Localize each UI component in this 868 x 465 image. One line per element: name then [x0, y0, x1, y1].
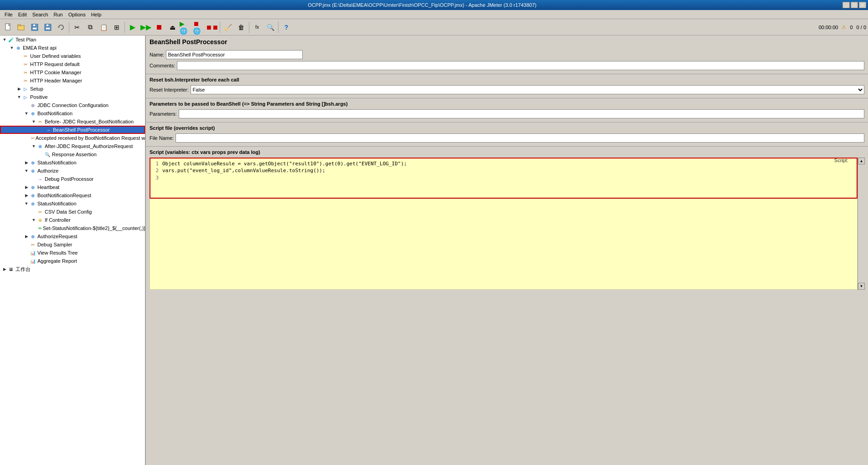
- tree-item-http-default[interactable]: ✂ HTTP Request default: [0, 60, 145, 68]
- header-icon: ✂: [22, 77, 29, 84]
- maximize-button[interactable]: □: [851, 2, 858, 8]
- scroll-track: [858, 164, 864, 283]
- tree-label: StatusNotification: [37, 160, 77, 165]
- tree-item-after-jdbc[interactable]: ▼ ⊕ After-JDBC Request_AuthorizeRequest: [0, 142, 145, 150]
- close-button[interactable]: ×: [859, 2, 866, 8]
- stop-button[interactable]: ⏹: [153, 21, 165, 34]
- menu-search[interactable]: Search: [30, 11, 51, 18]
- tree-item-test-plan[interactable]: ▼ 🧪 Test Plan: [0, 36, 145, 44]
- tree-item-jdbc-config[interactable]: ⊕ JDBC Connection Configuration: [0, 101, 145, 109]
- reset-interpreter-select[interactable]: False True: [191, 85, 864, 94]
- menu-help[interactable]: Help: [88, 11, 104, 18]
- tree-item-cookie[interactable]: ✂ HTTP Cookie Manager: [0, 68, 145, 77]
- functions-button[interactable]: fx: [251, 21, 264, 34]
- tree-item-csv-data[interactable]: ✂ CSV Data Set Config: [0, 208, 145, 216]
- revert-button[interactable]: [55, 21, 67, 34]
- accepted-icon: ✂: [31, 134, 35, 142]
- tree-item-header[interactable]: ✂ HTTP Header Manager: [0, 77, 145, 85]
- tree-item-positive[interactable]: ▼ ▷ Positive: [0, 93, 145, 101]
- tree-item-if-controller[interactable]: ▼ ⊕ If Controller: [0, 216, 145, 224]
- minimize-button[interactable]: _: [842, 2, 850, 8]
- tree-item-debug-sampler[interactable]: ✂ Debug Sampler: [0, 240, 145, 249]
- scroll-up[interactable]: ▲: [858, 158, 865, 164]
- line-numbers: 1 2 3: [152, 160, 159, 196]
- tree-label: If Controller: [45, 217, 71, 223]
- run-button[interactable]: ▶: [126, 21, 139, 34]
- expand-button[interactable]: ⊞: [110, 21, 123, 34]
- clear-button[interactable]: 🧹: [222, 21, 234, 34]
- open-button[interactable]: [15, 21, 28, 34]
- cookie-icon: ✂: [22, 69, 29, 76]
- cut-button[interactable]: ✂: [71, 21, 83, 34]
- name-input[interactable]: [166, 50, 303, 59]
- tree-item-status-notif-2[interactable]: ▼ ⊕ StatusNotification: [0, 199, 145, 208]
- tree-item-emea[interactable]: ▼ ⊕ EMEA Rest api: [0, 44, 145, 52]
- if-ctrl-icon: ⊕: [36, 216, 44, 224]
- search-button[interactable]: 🔍: [264, 21, 277, 34]
- tree-label: JDBC Connection Configuration: [37, 102, 108, 108]
- menu-bar: File Edit Search Run Options Help: [0, 10, 868, 19]
- workbench-icon: 🖥: [7, 266, 15, 273]
- tree-item-authorize[interactable]: ▼ ⊕ Authorize: [0, 167, 145, 175]
- tree-item-workbench[interactable]: ▶ 🖥 工作台: [0, 265, 145, 273]
- tree-label: Test Plan: [16, 37, 36, 42]
- tree-item-set-status[interactable]: ✏ Set-StatusNotification-${title2}_${__c…: [0, 224, 145, 232]
- right-scrollbar[interactable]: ▲ ▼: [858, 158, 864, 290]
- save-button[interactable]: [28, 21, 41, 34]
- tree-label: AuthorizeRequest: [37, 234, 77, 239]
- menu-options[interactable]: Options: [66, 11, 88, 18]
- tree-item-setup[interactable]: ▶ ▷ Setup: [0, 85, 145, 93]
- tree-item-before-jdbc[interactable]: ▼ ✂ Before- JDBC Request_BootNotificatio…: [0, 118, 145, 126]
- warning-icon: ⚠: [842, 24, 846, 30]
- svg-rect-2: [18, 25, 21, 26]
- comments-input[interactable]: [177, 61, 864, 70]
- parameters-label: Parameters:: [150, 111, 177, 117]
- tree-item-view-results[interactable]: 📊 View Results Tree: [0, 249, 145, 257]
- shutdown-button[interactable]: ⏏: [166, 21, 179, 34]
- parameters-input[interactable]: [179, 109, 864, 118]
- file-name-input[interactable]: [176, 133, 864, 143]
- remote-start[interactable]: ▶🌐: [179, 21, 192, 34]
- tree-item-authorize-req[interactable]: ▶ ⊕ AuthorizeRequest: [0, 232, 145, 240]
- remote-stop-all[interactable]: ⏹⏹: [206, 21, 218, 34]
- tree-label: Set-StatusNotification-${title2}_${__cou…: [43, 225, 145, 231]
- svg-text:+: +: [48, 27, 50, 31]
- beanshell-icon: →: [45, 126, 52, 133]
- clear-all-button[interactable]: 🗑: [235, 21, 248, 34]
- tree-item-aggregate[interactable]: 📊 Aggregate Report: [0, 257, 145, 265]
- comments-row: Comments:: [150, 61, 864, 70]
- menu-run[interactable]: Run: [51, 11, 66, 18]
- tree-item-beanshell[interactable]: → BeanShell PostProcessor: [0, 126, 145, 134]
- tree-label: BootNotificationRequest: [37, 193, 91, 198]
- run-no-pause[interactable]: ▶▶: [140, 21, 152, 34]
- parameters-section-label: Parameters to be passed to BeanShell (=>…: [150, 100, 864, 107]
- tree-item-response-assertion[interactable]: 🔍 Response Assertion: [0, 150, 145, 158]
- svg-rect-5: [32, 27, 37, 30]
- new-button[interactable]: [2, 21, 15, 34]
- timer-display: 00:00:00: [819, 25, 838, 30]
- help-button[interactable]: ?: [280, 21, 293, 34]
- csv-icon: ✂: [36, 208, 44, 215]
- tree-item-accepted[interactable]: ✂ Accepted received by BootNotification …: [0, 134, 145, 142]
- copy-button[interactable]: ⧉: [84, 21, 97, 34]
- menu-file[interactable]: File: [2, 11, 16, 18]
- debug-icon: →: [36, 175, 44, 183]
- scroll-down[interactable]: ▼: [858, 283, 865, 290]
- tree-item-heartbeat[interactable]: ▶ ⊕ Heartbeat: [0, 183, 145, 191]
- script-editor-box[interactable]: 1 2 3 Object columnValueResule = vars.ge…: [150, 158, 858, 199]
- window-controls[interactable]: _ □ ×: [842, 2, 866, 8]
- tree-item-debug-post[interactable]: → Debug PostProcessor: [0, 175, 145, 183]
- tree-item-user-defined[interactable]: ✂ User Defined variables: [0, 52, 145, 60]
- tree-label: View Results Tree: [37, 250, 78, 255]
- tree-label: Before- JDBC Request_BootNotification: [45, 119, 134, 124]
- paste-button[interactable]: 📋: [97, 21, 110, 34]
- tree-item-boot-req[interactable]: ▶ ⊕ BootNotificationRequest: [0, 191, 145, 199]
- tree-item-status-notif-1[interactable]: ▶ ⊕ StatusNotification: [0, 158, 145, 167]
- save-as-button[interactable]: +: [41, 21, 54, 34]
- tree-label: Debug Sampler: [37, 242, 72, 247]
- tree-label: BootNotification: [37, 111, 72, 116]
- menu-edit[interactable]: Edit: [16, 11, 30, 18]
- leaf-icon: [16, 53, 22, 59]
- remote-stop[interactable]: ⏹🌐: [192, 21, 205, 34]
- tree-item-boot-notification[interactable]: ▼ ⊕ BootNotification: [0, 109, 145, 118]
